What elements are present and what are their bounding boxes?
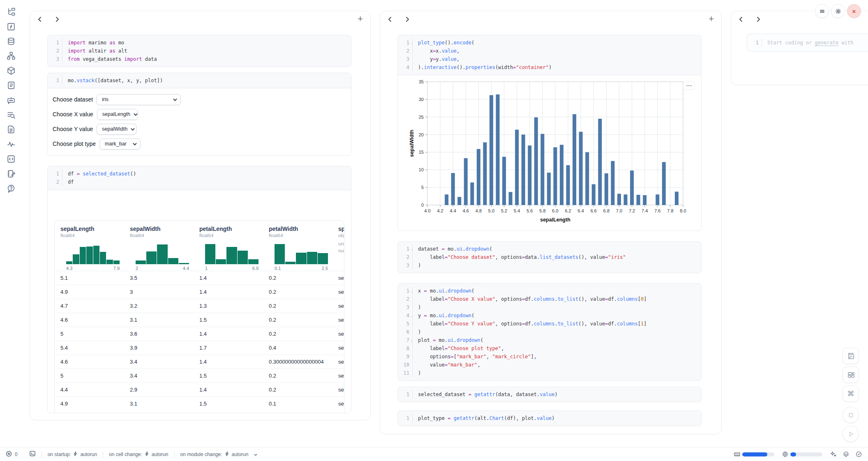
- table-row[interactable]: 5.43.91.70.4setosa: [55, 341, 344, 355]
- code-line[interactable]: 2 label="Choose X value", options=df.col…: [398, 295, 701, 303]
- code-editor[interactable]: 1⌄dataset = mo.ui.dropdown(2 label="Choo…: [398, 242, 701, 273]
- file-explorer-icon[interactable]: [7, 7, 16, 17]
- help-icon[interactable]: [7, 184, 16, 194]
- terminal-button[interactable]: [23, 450, 42, 458]
- code-line[interactable]: 2df: [48, 178, 351, 186]
- code-line[interactable]: 3 y=y.value,: [398, 55, 701, 63]
- dataset-dropdown-cell[interactable]: 1⌄dataset = mo.ui.dropdown(2 label="Choo…: [397, 241, 702, 273]
- packages-icon[interactable]: [7, 66, 16, 76]
- connection-status[interactable]: [855, 451, 862, 458]
- dataframe-cell[interactable]: 1df = selected_dataset()2df sepalLengthf…: [47, 166, 351, 413]
- table-row[interactable]: 4.63.11.50.2setosa: [55, 313, 344, 327]
- code-editor[interactable]: 1mo.vstack([dataset, x, y, plot]): [48, 73, 351, 88]
- code-line[interactable]: 1⌄plot_type().encode(: [398, 39, 701, 47]
- vstack-cell[interactable]: 1mo.vstack([dataset, x, y, plot]) Choose…: [47, 73, 351, 156]
- code-line[interactable]: 3): [398, 303, 701, 311]
- table-row[interactable]: 4.93.11.50.1setosa: [55, 396, 344, 410]
- chart-cell[interactable]: 1⌄plot_type().encode(2 x=x.value,3 y=y.v…: [397, 35, 702, 231]
- code-line[interactable]: 1⌄x = mo.ui.dropdown(: [398, 287, 701, 295]
- code-line[interactable]: 8 label="Choose plot type",: [398, 344, 701, 353]
- xy-plot-dropdown-cell[interactable]: 1⌄x = mo.ui.dropdown(2 label="Choose X v…: [397, 283, 702, 381]
- shutdown-button[interactable]: ×: [847, 4, 861, 18]
- chat-icon[interactable]: [7, 96, 16, 106]
- column-histogram[interactable]: [136, 242, 189, 264]
- save-button[interactable]: [843, 348, 859, 364]
- autorun-config[interactable]: on module change:autorun: [175, 451, 264, 458]
- layout-button[interactable]: [843, 366, 859, 383]
- code-editor[interactable]: 1⌄x = mo.ui.dropdown(2 label="Choose X v…: [398, 284, 701, 380]
- column-header[interactable]: petalWidthfloat640.12.5: [263, 221, 332, 271]
- chart-options-button[interactable]: [683, 81, 695, 90]
- column-header[interactable]: sepalLengthfloat644.37.9: [55, 221, 124, 271]
- table-row[interactable]: 4.73.21.30.2setosa: [55, 299, 344, 313]
- code-editor[interactable]: 1⌄plot_type().encode(2 x=x.value,3 y=y.v…: [398, 35, 701, 75]
- code-line[interactable]: 1plot_type = getattr(alt.Chart(df), plot…: [398, 414, 701, 422]
- code-line[interactable]: 1⌄dataset = mo.ui.dropdown(: [398, 245, 701, 253]
- run-button[interactable]: [843, 426, 859, 442]
- fold-icon[interactable]: ⌄: [411, 312, 413, 320]
- add-cell-button[interactable]: +: [358, 14, 363, 23]
- code-line[interactable]: 1mo.vstack([dataset, x, y, plot]): [48, 76, 351, 85]
- cell-placeholder[interactable]: Start coding or generate with: [762, 39, 854, 47]
- column-histogram[interactable]: [205, 242, 259, 264]
- column-histogram[interactable]: [275, 242, 328, 264]
- tracing-icon[interactable]: [7, 140, 16, 150]
- ai-assistant-button[interactable]: [830, 451, 837, 458]
- fold-icon[interactable]: ⌄: [411, 337, 413, 345]
- autorun-config[interactable]: on startup:autorun: [42, 451, 103, 458]
- dependency-graph-icon[interactable]: [7, 51, 16, 61]
- code-line[interactable]: 2import altair as alt: [48, 47, 351, 55]
- dropdown-select[interactable]: sepalLength: [97, 109, 138, 120]
- column-header[interactable]: petalLengthfloat6416.9: [194, 221, 263, 271]
- imports-cell[interactable]: 1import marimo as mo2import altair as al…: [47, 35, 351, 67]
- code-line[interactable]: 4).interactive().properties(width="conta…: [398, 63, 701, 71]
- scroll-left-icon[interactable]: [387, 16, 394, 23]
- stop-button[interactable]: [843, 407, 859, 423]
- dropdown-select[interactable]: mark_bar: [99, 138, 141, 150]
- scripts-icon[interactable]: [7, 81, 16, 91]
- code-line[interactable]: 5 label="Choose Y value", options=df.col…: [398, 320, 701, 328]
- fold-icon[interactable]: ⌄: [411, 39, 413, 47]
- selected-dataset-cell[interactable]: 1selected_dataset = getattr(data, datase…: [397, 387, 702, 402]
- keyboard-shortcuts-button[interactable]: ⌘: [843, 385, 859, 402]
- code-line[interactable]: 3from vega_datasets import data: [48, 55, 351, 63]
- plot-type-cell[interactable]: 1plot_type = getattr(alt.Chart(df), plot…: [397, 410, 702, 426]
- empty-cell[interactable]: 1 Start coding or generate with: [747, 34, 868, 52]
- code-line[interactable]: 2 x=x.value,: [398, 47, 701, 55]
- snippets-icon[interactable]: [7, 154, 16, 164]
- code-line[interactable]: 9 options=["mark_bar", "mark_circle"],: [398, 353, 701, 361]
- logs-icon[interactable]: [7, 111, 16, 120]
- scratchpad-icon[interactable]: [7, 169, 16, 179]
- scroll-left-icon[interactable]: [738, 16, 745, 23]
- scroll-right-icon[interactable]: [54, 16, 61, 23]
- table-row[interactable]: 53.41.50.2setosa: [55, 369, 344, 383]
- documentation-icon[interactable]: [7, 125, 16, 135]
- table-row[interactable]: 4.42.91.40.2setosa: [55, 383, 344, 396]
- scroll-right-icon[interactable]: [755, 16, 762, 23]
- add-cell-button[interactable]: +: [709, 14, 714, 23]
- code-line[interactable]: 11): [398, 369, 701, 377]
- fold-icon[interactable]: ⌄: [411, 287, 413, 295]
- code-line[interactable]: 1df = selected_dataset(): [48, 170, 351, 178]
- datasources-icon[interactable]: [7, 37, 16, 47]
- dropdown-select[interactable]: iris: [97, 94, 181, 105]
- settings-button[interactable]: [831, 4, 845, 18]
- table-row[interactable]: 4.931.40.2setosa: [55, 285, 344, 299]
- code-line[interactable]: 1import marimo as mo: [48, 39, 351, 47]
- code-editor[interactable]: 1plot_type = getattr(alt.Chart(df), plot…: [398, 411, 701, 426]
- dropdown-select[interactable]: sepalWidth: [97, 124, 136, 135]
- code-line[interactable]: 10 value="mark_bar",: [398, 361, 701, 369]
- table-row[interactable]: 53.61.40.2setosa: [55, 327, 344, 341]
- column-histogram[interactable]: [66, 242, 120, 264]
- code-editor[interactable]: 1selected_dataset = getattr(data, datase…: [398, 387, 701, 402]
- table-row[interactable]: 4.63.41.40.30000000000000004setosa: [55, 355, 344, 369]
- code-line[interactable]: 6): [398, 328, 701, 336]
- autorun-config[interactable]: on cell change:autorun: [103, 451, 174, 458]
- code-line[interactable]: 3): [398, 261, 701, 270]
- code-editor[interactable]: 1df = selected_dataset()2df: [48, 166, 351, 189]
- code-editor[interactable]: 1import marimo as mo2import altair as al…: [48, 35, 351, 67]
- code-line[interactable]: 7⌄plot = mo.ui.dropdown(: [398, 336, 701, 344]
- table-row[interactable]: 5.13.51.40.2setosa: [55, 271, 344, 285]
- notebook-menu-button[interactable]: [815, 4, 829, 18]
- code-line[interactable]: 1selected_dataset = getattr(data, datase…: [398, 390, 701, 399]
